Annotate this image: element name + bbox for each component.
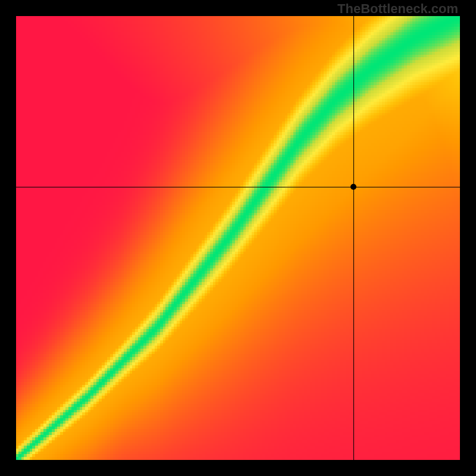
chart-container: TheBottleneck.com [0,0,476,476]
selection-marker [350,184,356,190]
crosshair-horizontal [16,187,460,187]
crosshair-vertical [353,16,354,460]
bottleneck-heatmap [16,16,460,460]
watermark-label: TheBottleneck.com [337,1,458,17]
